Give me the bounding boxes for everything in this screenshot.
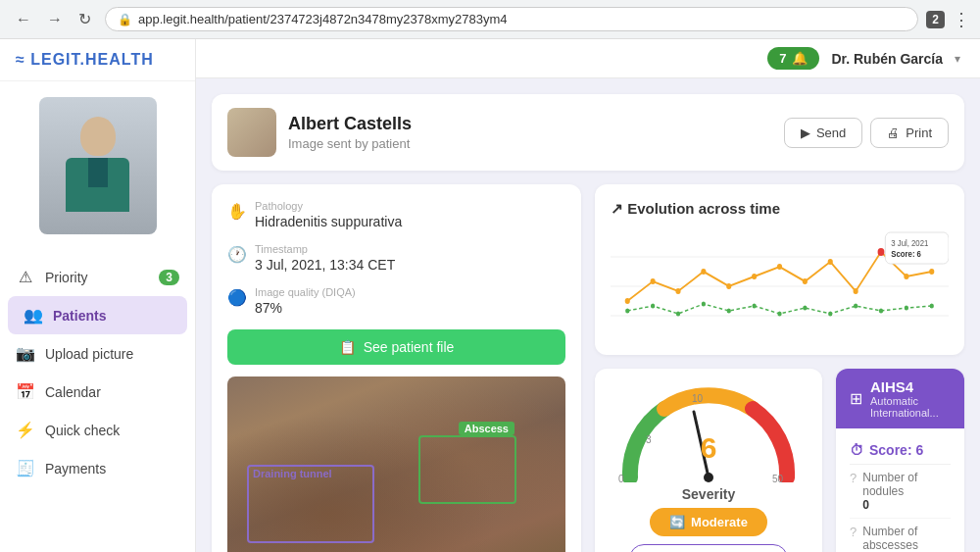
svg-point-23	[803, 306, 807, 311]
patient-thumbnail	[227, 108, 276, 157]
aihs-title: AIHS4	[870, 378, 951, 395]
svg-point-7	[726, 283, 731, 289]
send-button[interactable]: ▶ Send	[784, 118, 862, 148]
priority-badge: 3	[159, 270, 179, 285]
quality-info: Image quality (DIQA) 87%	[255, 286, 356, 316]
aihs-panel: ⊞ AIHS4 Automatic International... ⏱ Sco…	[836, 369, 964, 552]
aihs-header: ⊞ AIHS4 Automatic International...	[836, 369, 964, 428]
svg-point-24	[828, 312, 832, 317]
aihs-grid-icon: ⊞	[850, 389, 862, 408]
svg-point-33	[704, 473, 713, 482]
svg-point-17	[651, 304, 655, 309]
severity-label: Severity	[682, 486, 735, 502]
app-header: 7 🔔 Dr. Rubén García ▾	[196, 39, 980, 78]
quality-label: Image quality (DIQA)	[255, 286, 356, 298]
forward-button[interactable]: →	[41, 6, 69, 32]
right-column: ↗ Evolution across time	[595, 184, 964, 552]
svg-text:50: 50	[772, 474, 784, 482]
nodules-value: 0	[862, 498, 951, 512]
aihs-row-nodules: ? Number of nodules 0	[850, 465, 951, 519]
aihs-row-abscesses: ? Number of abscesses 1	[850, 519, 951, 552]
menu-dots-icon[interactable]: ⋮	[953, 9, 970, 30]
svg-point-16	[625, 309, 629, 314]
patient-info: Albert Castells Image sent by patient	[227, 108, 412, 157]
notifications-button[interactable]: 7 🔔	[767, 47, 819, 70]
sidebar-item-payments[interactable]: 🧾 Payments	[0, 449, 195, 487]
patient-file-button[interactable]: 📋 See patient file	[227, 329, 565, 365]
info-panel: ✋ Pathology Hidradenitis suppurativa 🕐 T…	[212, 184, 581, 552]
camera-icon: 📷	[16, 344, 35, 363]
chart-svg: 3 Jul, 2021 Score: 6	[611, 227, 949, 335]
svg-point-26	[879, 309, 883, 314]
app-logo: ≈ LEGIT.HEALTH	[16, 51, 154, 68]
nodules-label: Number of nodules	[862, 471, 951, 498]
bell-icon: 🔔	[792, 51, 808, 66]
svg-point-9	[777, 264, 782, 270]
priority-label: Priority	[45, 270, 88, 285]
timestamp-row: 🕐 Timestamp 3 Jul, 2021, 13:34 CET	[227, 243, 565, 273]
aihs-abscesses: Number of abscesses 1	[862, 525, 951, 552]
help-icon-nodules[interactable]: ?	[850, 471, 857, 485]
avatar	[39, 97, 157, 234]
print-button[interactable]: 🖨 Print	[870, 118, 949, 148]
doctor-name: Dr. Rubén García	[831, 51, 943, 67]
tab-count[interactable]: 2	[926, 11, 945, 28]
url-text: app.legit.health/patient/2374723j4872n34…	[138, 12, 508, 26]
calendar-label: Calendar	[45, 384, 101, 400]
svg-point-4	[651, 278, 656, 284]
help-icon-abscesses[interactable]: ?	[850, 525, 857, 539]
sidebar: ≈ LEGIT.HEALTH ⚠ Priori	[0, 39, 196, 552]
svg-text:3 Jul, 2021: 3 Jul, 2021	[891, 237, 928, 248]
send-label: Send	[816, 125, 846, 140]
patient-details: Albert Castells Image sent by patient	[288, 114, 412, 151]
sidebar-item-patients[interactable]: 👥 Patients	[8, 296, 187, 334]
sidebar-item-calendar[interactable]: 📅 Calendar	[0, 373, 195, 411]
sidebar-item-priority[interactable]: ⚠ Priority 3	[0, 258, 195, 296]
chevron-down-icon[interactable]: ▾	[955, 52, 960, 66]
bottom-row: 0 3 10 50 6 Severity 🔄 Moderate	[595, 369, 964, 552]
pathology-label: Pathology	[255, 200, 402, 212]
send-icon: ▶	[801, 125, 810, 140]
moderate-button[interactable]: 🔄 Moderate	[650, 508, 767, 536]
upload-label: Upload picture	[45, 346, 133, 362]
draining-tunnel-annotation: Draining tunnel	[247, 465, 374, 543]
readjust-button[interactable]: 👤 Re-adjust manually	[629, 544, 788, 552]
svg-point-10	[803, 278, 808, 284]
timestamp-label: Timestamp	[255, 243, 395, 255]
patient-name: Albert Castells	[288, 114, 412, 134]
svg-text:Score: 6: Score: 6	[891, 248, 921, 259]
rotate-icon: 🔄	[669, 515, 685, 529]
refresh-button[interactable]: ↻	[73, 6, 97, 32]
aihs-body: ⏱ Score: 6 ? Number of nodules 0	[836, 428, 964, 552]
pathology-icon: ✋	[227, 202, 245, 221]
medical-image: Abscess Draining tunnel	[227, 376, 565, 552]
svg-point-3	[625, 298, 630, 304]
payments-icon: 🧾	[16, 459, 35, 477]
evolution-chart-panel: ↗ Evolution across time	[595, 184, 964, 355]
abscess-label: Abscess	[459, 422, 514, 435]
svg-point-28	[930, 304, 934, 309]
svg-point-18	[676, 312, 680, 317]
score-icon: ⏱	[850, 442, 863, 458]
payments-label: Payments	[45, 461, 106, 477]
back-button[interactable]: ←	[10, 6, 37, 32]
address-bar[interactable]: 🔒 app.legit.health/patient/2374723j4872n…	[105, 7, 918, 31]
left-column: ✋ Pathology Hidradenitis suppurativa 🕐 T…	[212, 184, 581, 552]
quickcheck-icon: ⚡	[16, 421, 35, 439]
chart-title: ↗ Evolution across time	[611, 200, 949, 218]
sidebar-item-quickcheck[interactable]: ⚡ Quick check	[0, 411, 195, 449]
svg-point-19	[702, 302, 706, 307]
patient-file-label: See patient file	[364, 339, 455, 355]
nav-items: ⚠ Priority 3 👥 Patients 📷 Upload picture…	[0, 250, 195, 552]
svg-point-25	[854, 304, 858, 309]
sidebar-item-upload[interactable]: 📷 Upload picture	[0, 334, 195, 373]
pathology-info: Pathology Hidradenitis suppurativa	[255, 200, 402, 229]
svg-point-22	[777, 312, 781, 317]
svg-point-15	[929, 269, 934, 275]
svg-text:3: 3	[646, 434, 652, 445]
draining-tunnel-label: Draining tunnel	[253, 468, 332, 479]
logo-area: ≈ LEGIT.HEALTH	[0, 39, 195, 81]
calendar-icon: 📅	[16, 382, 35, 401]
quality-icon: 🔵	[227, 288, 245, 307]
svg-text:0: 0	[618, 474, 624, 482]
